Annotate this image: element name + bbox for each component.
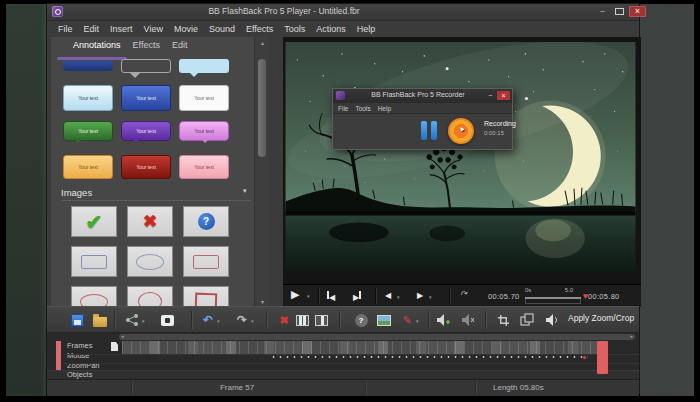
image-tile-square-red[interactable]	[183, 286, 229, 307]
play-options-dropdown-icon[interactable]: ▾	[307, 293, 310, 299]
track-label-mouse[interactable]: Mouse	[67, 351, 90, 360]
check-icon: ✔	[86, 210, 103, 234]
recorder-menu-file[interactable]: File	[338, 105, 348, 112]
annotation-shape-tile[interactable]: Your text	[179, 155, 229, 179]
images-section-header[interactable]: Images	[61, 187, 251, 201]
step-back-button[interactable]: ◀	[385, 291, 391, 300]
annotation-shape-tile[interactable]	[63, 61, 113, 71]
record-stop-button[interactable]: ▲	[448, 118, 474, 144]
insert-image-button[interactable]	[376, 312, 392, 328]
scroll-up-icon[interactable]: ▴	[255, 39, 269, 46]
recorder-menu-tools[interactable]: Tools	[355, 105, 370, 112]
menu-insert[interactable]: Insert	[110, 24, 133, 34]
menu-actions[interactable]: Actions	[316, 24, 346, 34]
image-tile-rect-blue[interactable]	[71, 246, 117, 277]
recorder-close-button[interactable]: ×	[497, 91, 510, 100]
menu-sound[interactable]: Sound	[209, 24, 235, 34]
timeline-scrollbar[interactable]: ◂ ▸	[119, 334, 635, 340]
mouse-track-events[interactable]	[270, 353, 588, 361]
annotation-shape-tile[interactable]: Your text	[121, 155, 171, 179]
share-dropdown-icon[interactable]: ▾	[142, 318, 145, 324]
mute-sound-button[interactable]	[460, 312, 476, 328]
insert-frame-button[interactable]	[313, 312, 329, 328]
step-forward-dropdown-icon[interactable]: ▾	[429, 294, 432, 300]
highlighter-button[interactable]: ✎	[399, 312, 415, 328]
share-button[interactable]	[124, 312, 140, 328]
shape-label: Your text	[64, 128, 112, 134]
menu-help[interactable]: Help	[357, 24, 376, 34]
sound-button[interactable]	[544, 312, 560, 328]
apply-zoom-crop-button[interactable]: Apply Zoom/Crop	[568, 313, 634, 323]
menu-file[interactable]: File	[58, 24, 73, 34]
tab-effects[interactable]: Effects	[133, 40, 160, 50]
image-tile-ellipse-red[interactable]	[71, 286, 117, 307]
chevron-down-icon[interactable]: ▾	[243, 187, 247, 195]
track-label-frames[interactable]: Frames	[67, 341, 92, 350]
insert-frames-button[interactable]	[294, 312, 310, 328]
image-tile-question[interactable]: ?	[183, 206, 229, 237]
tab-edit[interactable]: Edit	[172, 40, 188, 50]
open-button[interactable]	[92, 312, 108, 328]
timeline-playhead[interactable]	[597, 341, 608, 374]
recorder-menu-help[interactable]: Help	[378, 105, 391, 112]
track-label-objects[interactable]: Objects	[67, 370, 92, 379]
annotation-shape-tile[interactable]: Your text	[179, 85, 229, 111]
delete-frames-button[interactable]: ✖	[276, 312, 292, 328]
redo-dropdown-icon[interactable]: ▾	[251, 318, 254, 324]
annotation-shape-tile[interactable]: Your text	[63, 155, 113, 179]
track-divider	[63, 363, 639, 364]
annotation-shape-tile[interactable]: Your text	[121, 85, 171, 111]
menu-tools[interactable]: Tools	[284, 24, 305, 34]
undo-dropdown-icon[interactable]: ▾	[217, 318, 220, 324]
image-tile-rect-red[interactable]	[183, 246, 229, 277]
step-back-dropdown-icon[interactable]: ▾	[397, 294, 400, 300]
redo-button[interactable]: ↷	[234, 312, 250, 328]
speaker-plus-icon	[436, 313, 450, 327]
menu-movie[interactable]: Movie	[174, 24, 198, 34]
shape-label: Your text	[122, 164, 170, 170]
export-movie-button[interactable]	[159, 312, 175, 328]
seek-slider[interactable]: 0s 5.0 ♥	[525, 287, 585, 305]
pause-icon[interactable]	[421, 121, 427, 140]
save-button[interactable]	[69, 312, 85, 328]
crop-button[interactable]	[495, 312, 511, 328]
annotation-shape-tile[interactable]: Your text	[63, 85, 113, 111]
movie-preview[interactable]: BB FlashBack Pro 5 Recorder – × File Too…	[283, 37, 641, 284]
tab-annotations[interactable]: Annotations	[73, 40, 121, 50]
scrollbar-thumb[interactable]	[258, 59, 266, 157]
pause-icon[interactable]	[431, 121, 437, 140]
scroll-left-icon[interactable]: ◂	[121, 333, 124, 339]
skip-to-start-button[interactable]: ◀	[327, 291, 335, 302]
close-button[interactable]: ×	[629, 6, 646, 17]
annotation-shape-tile[interactable]	[121, 59, 171, 73]
image-tile-cross[interactable]: ✖	[127, 206, 173, 237]
recorder-minimize-button[interactable]: –	[485, 91, 496, 100]
shape-label: Your text	[122, 128, 170, 134]
annotation-shape-tile[interactable]	[179, 59, 229, 73]
play-button[interactable]: ▶	[291, 288, 299, 301]
scroll-down-icon[interactable]: ▾	[255, 298, 269, 305]
minimize-button[interactable]: –	[595, 6, 610, 17]
annotation-shape-tile[interactable]: Your text	[63, 121, 113, 141]
circle-sketch-icon	[138, 292, 162, 307]
slider-trough	[525, 299, 581, 304]
copy-frames-button[interactable]	[519, 312, 535, 328]
skip-to-end-button[interactable]: ▶	[353, 291, 361, 302]
step-forward-button[interactable]: ▶	[417, 291, 423, 300]
highlighter-dropdown-icon[interactable]: ▾	[416, 318, 419, 324]
image-tile-circle-red[interactable]	[127, 286, 173, 307]
add-sound-button[interactable]	[435, 312, 451, 328]
panel-scrollbar[interactable]: ▴ ▾	[254, 37, 269, 307]
loop-curve-icon[interactable]: ↷	[459, 288, 470, 300]
add-button-annotation[interactable]: ?	[353, 312, 369, 328]
maximize-button[interactable]	[612, 6, 627, 17]
scroll-right-icon[interactable]: ▸	[630, 333, 633, 339]
image-tile-check[interactable]: ✔	[71, 206, 117, 237]
annotation-shape-tile[interactable]: Your text	[121, 121, 171, 141]
undo-button[interactable]: ↶	[200, 312, 216, 328]
annotation-shape-tile[interactable]: Your text	[179, 121, 229, 141]
menu-edit[interactable]: Edit	[84, 24, 100, 34]
image-tile-ellipse-blue[interactable]	[127, 246, 173, 277]
menu-view[interactable]: View	[144, 24, 163, 34]
menu-effects[interactable]: Effects	[246, 24, 273, 34]
